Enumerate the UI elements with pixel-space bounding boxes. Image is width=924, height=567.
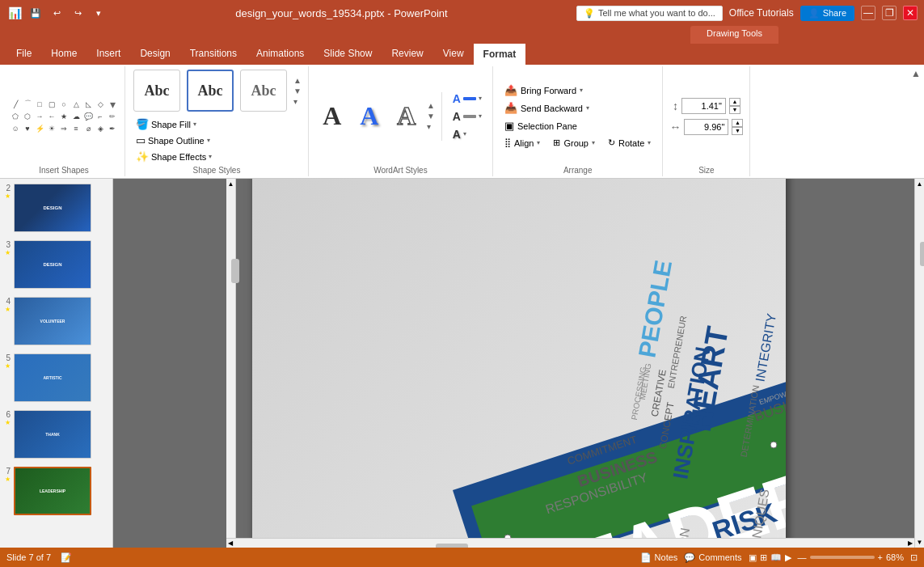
- edit-shapes-btn[interactable]: ✏: [107, 111, 118, 122]
- rotate-arrow[interactable]: ▾: [648, 139, 651, 146]
- heart-shape[interactable]: ♥: [22, 123, 33, 134]
- arrow-shape[interactable]: →: [34, 111, 45, 122]
- slide-item-3[interactable]: 3 ★ DESIGN: [3, 239, 109, 290]
- cloud-shape[interactable]: ☁: [70, 111, 82, 122]
- sun-shape[interactable]: ☀: [46, 123, 57, 134]
- reading-view-button[interactable]: 📖: [770, 552, 782, 563]
- tab-home[interactable]: Home: [41, 42, 86, 65]
- bottom-scroll-thumb[interactable]: [436, 544, 468, 548]
- rotate-button[interactable]: ↻ Rotate ▾: [603, 135, 656, 150]
- bottom-scroll-left[interactable]: ◀: [226, 539, 234, 547]
- shape-effects-button[interactable]: ✨ Shape Effects ▾: [132, 149, 216, 164]
- tab-file[interactable]: File: [6, 42, 41, 65]
- wordart-shadow-button[interactable]: A: [352, 99, 386, 133]
- width-spin-down[interactable]: ▼: [732, 127, 743, 135]
- redo-button[interactable]: ↪: [70, 5, 86, 21]
- customize-qat[interactable]: ▾: [91, 5, 107, 21]
- tab-review[interactable]: Review: [382, 42, 432, 65]
- slide-thumb-5[interactable]: ARTISTIC: [14, 353, 91, 402]
- send-backward-button[interactable]: 📥 Send Backward ▾: [500, 99, 594, 116]
- flow-shape[interactable]: ◈: [95, 123, 106, 134]
- lightning-shape[interactable]: ⚡: [34, 123, 45, 134]
- scroll-up-arrow[interactable]: ▲: [226, 179, 236, 189]
- tab-animations[interactable]: Animations: [247, 42, 314, 65]
- zoom-in-button[interactable]: +: [878, 552, 883, 562]
- style-more[interactable]: ▾: [293, 97, 302, 106]
- group-button[interactable]: ⊞ Group ▾: [548, 135, 600, 150]
- zoom-slider[interactable]: [810, 556, 875, 559]
- shape-style-3[interactable]: Abc: [240, 70, 287, 112]
- right-scroll-thumb[interactable]: [920, 242, 925, 266]
- slideshow-button[interactable]: ▶: [785, 552, 791, 563]
- slide-sorter-button[interactable]: ⊞: [760, 552, 767, 563]
- rt-triangle-shape[interactable]: ◺: [82, 99, 94, 110]
- minimize-button[interactable]: —: [861, 6, 875, 20]
- align-arrow[interactable]: ▾: [537, 139, 540, 146]
- height-spin-down[interactable]: ▼: [729, 106, 740, 114]
- wordart-more[interactable]: ▾: [427, 122, 435, 131]
- freeform-shape[interactable]: ✒: [107, 123, 118, 134]
- line-shape[interactable]: ╱: [10, 99, 21, 110]
- block-arrow[interactable]: ⇒: [58, 123, 70, 134]
- tab-transitions[interactable]: Transitions: [180, 42, 247, 65]
- scroll-thumb[interactable]: [231, 259, 239, 283]
- width-input[interactable]: [684, 119, 728, 135]
- bring-forward-arrow[interactable]: ▾: [580, 87, 583, 94]
- wordart-outline-button[interactable]: A: [390, 99, 424, 133]
- bracket-shape[interactable]: ⌐: [95, 111, 106, 122]
- left-arrow-shape[interactable]: ←: [46, 111, 57, 122]
- slide-item-5[interactable]: 5 ★ ARTISTIC: [3, 352, 109, 404]
- effects-dropdown-arrow[interactable]: ▾: [209, 153, 212, 160]
- wordart-plain-button[interactable]: A: [315, 99, 349, 133]
- style-scroll-up[interactable]: ▲: [293, 76, 302, 85]
- comments-button[interactable]: 💬 Comments: [684, 552, 741, 563]
- slide-item-7[interactable]: 7 ★ LEADERSHIP: [3, 465, 109, 517]
- notes-button[interactable]: 📄 Notes: [640, 552, 678, 563]
- slide-item-6[interactable]: 6 ★ THANK: [3, 408, 109, 460]
- smiley-shape[interactable]: ☺: [10, 123, 21, 134]
- pentagon-shape[interactable]: ⬠: [10, 111, 21, 122]
- text-fill-button[interactable]: A ▾: [449, 91, 486, 107]
- tab-design[interactable]: Design: [130, 42, 179, 65]
- slide-thumb-3[interactable]: DESIGN: [14, 240, 91, 289]
- rounded-rect-shape[interactable]: ▢: [46, 99, 57, 110]
- align-button[interactable]: ⣿ Align ▾: [500, 135, 545, 150]
- wordart-scroll-down[interactable]: ▼: [427, 112, 435, 121]
- style-scroll-down[interactable]: ▼: [293, 87, 302, 95]
- office-tutorials-link[interactable]: Office Tutorials: [729, 7, 794, 19]
- bring-forward-button[interactable]: 📤 Bring Forward ▾: [500, 82, 588, 99]
- eq-shape[interactable]: ≡: [70, 123, 82, 134]
- normal-view-button[interactable]: ▣: [749, 552, 757, 563]
- bottom-scroll-right[interactable]: ▶: [906, 539, 914, 547]
- slide-thumb-6[interactable]: THANK: [14, 410, 91, 459]
- text-outline-button[interactable]: A ▾: [449, 108, 486, 125]
- rect-shape[interactable]: □: [34, 99, 45, 110]
- text-effects-button[interactable]: A ▾: [449, 126, 486, 142]
- zoom-out-button[interactable]: —: [798, 552, 807, 562]
- right-scroll-down[interactable]: ▼: [915, 537, 924, 548]
- shape-outline-button[interactable]: ▭ Shape Outline ▾: [132, 133, 216, 148]
- text-outline-arrow[interactable]: ▾: [479, 112, 482, 120]
- fit-window-button[interactable]: ⊡: [910, 552, 918, 563]
- tab-format[interactable]: Format: [474, 42, 526, 65]
- diamond-shape[interactable]: ◇: [95, 99, 106, 110]
- group-arrow[interactable]: ▾: [592, 139, 595, 146]
- slide-item-4[interactable]: 4 ★ VOLUNTEER: [3, 295, 109, 347]
- outline-dropdown-arrow[interactable]: ▾: [207, 137, 210, 144]
- ribbon-shape[interactable]: ⌀: [82, 123, 94, 134]
- right-scroll-up[interactable]: ▲: [915, 179, 924, 189]
- tab-slideshow[interactable]: Slide Show: [314, 42, 382, 65]
- tab-view[interactable]: View: [433, 42, 474, 65]
- height-spin-up[interactable]: ▲: [729, 98, 740, 106]
- send-backward-arrow[interactable]: ▾: [586, 104, 589, 112]
- curve-shape[interactable]: ⌒: [22, 99, 33, 110]
- hex-shape[interactable]: ⬡: [22, 111, 33, 122]
- shape-style-1[interactable]: Abc: [133, 70, 180, 112]
- tell-me-box[interactable]: 💡 Tell me what you want to do...: [576, 6, 723, 21]
- slide-item-2[interactable]: 2 ★ DESIGN: [3, 182, 109, 234]
- slide-thumb-2[interactable]: DESIGN: [14, 184, 91, 232]
- ribbon-collapse-button[interactable]: ▲: [911, 68, 921, 79]
- slide-thumb-7[interactable]: LEADERSHIP: [14, 467, 91, 515]
- circle-shape[interactable]: ○: [58, 99, 70, 110]
- restore-button[interactable]: ❐: [882, 6, 897, 20]
